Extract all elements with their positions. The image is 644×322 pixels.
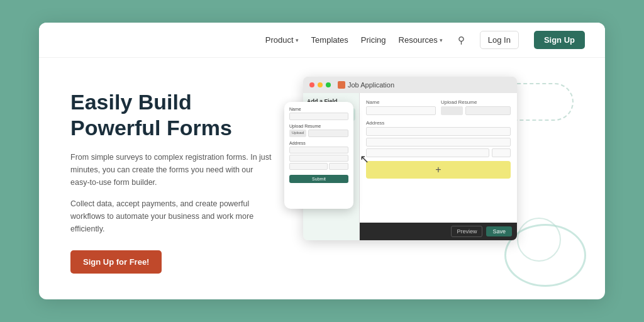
nav-templates[interactable]: Templates: [311, 35, 348, 45]
hero-description-2: Collect data, accept payments, and creat…: [70, 197, 272, 235]
left-column: Easily Build Powerful Forms From simple …: [70, 77, 284, 280]
nav-product[interactable]: Product ▾: [265, 35, 299, 45]
name-input-mock[interactable]: [366, 106, 436, 115]
address-row-2: [366, 148, 511, 157]
window-title: Job Application: [338, 81, 394, 89]
form-preview: Name Upload Resume: [360, 93, 517, 223]
upload-bar-mock: [465, 106, 511, 115]
hero-title: Easily Build Powerful Forms: [70, 89, 272, 141]
address-input-2[interactable]: [366, 138, 511, 147]
mobile-submit-button[interactable]: Submit: [289, 175, 348, 183]
save-button[interactable]: Save: [486, 226, 512, 236]
mobile-upload-row: Upload: [289, 130, 348, 137]
mobile-name-label: Name: [289, 107, 348, 111]
state-select[interactable]: [492, 148, 511, 157]
mobile-name-input[interactable]: [289, 113, 348, 120]
navbar: Product ▾ Templates Pricing Resources ▾ …: [39, 23, 605, 58]
name-field-group: Name: [366, 99, 436, 115]
mobile-addr-line1[interactable]: [289, 147, 348, 153]
upload-row: [441, 106, 511, 115]
form-preview-area: Name Upload Resume: [360, 93, 517, 240]
name-upload-row: Name Upload Resume: [366, 99, 511, 115]
deco-circle-small: [517, 218, 561, 262]
login-button[interactable]: Log In: [480, 31, 519, 49]
mobile-address-inputs: [289, 147, 348, 170]
upload-label: Upload Resume: [441, 99, 511, 105]
mobile-upload-label: Upload Resume: [289, 124, 348, 128]
window-titlebar: Job Application: [303, 77, 517, 93]
address-label: Address: [366, 120, 511, 126]
nav-resources[interactable]: Resources ▾: [399, 35, 443, 45]
window-minimize-dot: [318, 82, 323, 87]
mobile-address-label: Address: [289, 141, 348, 145]
resources-chevron-icon: ▾: [440, 37, 443, 43]
cta-signup-button[interactable]: Sign Up for Free!: [70, 250, 162, 274]
add-field-button[interactable]: +: [366, 161, 511, 179]
product-chevron-icon: ▾: [296, 37, 299, 43]
main-card: Product ▾ Templates Pricing Resources ▾ …: [39, 23, 605, 299]
content-area: Easily Build Powerful Forms From simple …: [39, 58, 605, 299]
mobile-state-input[interactable]: [329, 163, 348, 170]
address-input-1[interactable]: [366, 127, 511, 136]
search-icon[interactable]: ⚲: [458, 35, 465, 46]
city-input[interactable]: [366, 148, 489, 157]
window-close-dot: [309, 82, 314, 87]
mobile-addr-row2: [289, 163, 348, 170]
address-field-group: Address: [366, 120, 511, 157]
form-app-icon: [338, 81, 345, 89]
mobile-upload-bar: [308, 130, 348, 137]
form-footer: Preview Save: [360, 223, 517, 240]
upload-field-group: Upload Resume: [441, 99, 511, 115]
mobile-addr-line2[interactable]: [289, 155, 348, 162]
hero-description-1: From simple surveys to complex registrat…: [70, 151, 272, 189]
signup-button[interactable]: Sign Up: [534, 31, 585, 49]
window-maximize-dot: [326, 82, 331, 87]
upload-button-mock[interactable]: [441, 106, 463, 115]
mobile-form-preview: Name Upload Resume Upload Address Submit: [284, 102, 353, 209]
name-label: Name: [366, 99, 436, 105]
right-column: Job Application Add a Field A ≡: [284, 77, 574, 280]
mobile-city-input[interactable]: [289, 163, 328, 170]
mobile-upload-button[interactable]: Upload: [289, 130, 306, 137]
nav-links: Product ▾ Templates Pricing Resources ▾: [265, 35, 443, 45]
nav-pricing[interactable]: Pricing: [361, 35, 386, 45]
preview-button[interactable]: Preview: [451, 226, 482, 237]
